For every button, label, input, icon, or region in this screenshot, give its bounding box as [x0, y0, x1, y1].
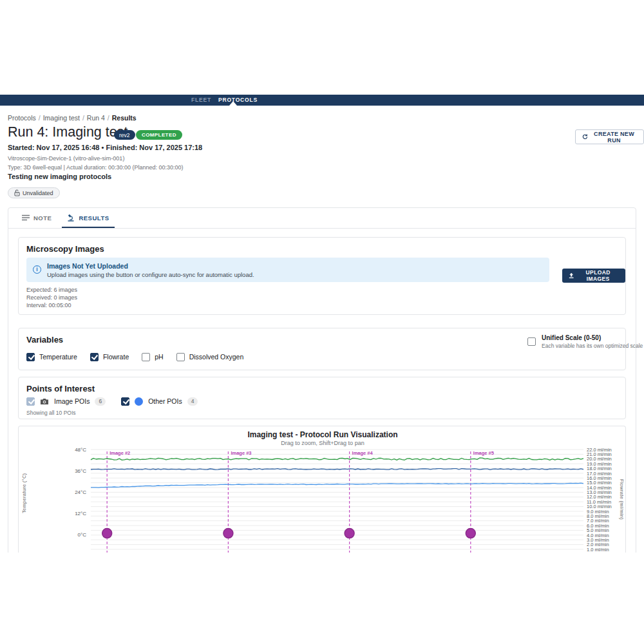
other-pois-checkbox[interactable]: [121, 397, 129, 406]
create-new-run-label: CREATE NEW RUN: [591, 131, 637, 144]
started-finished-text: Started: Nov 17, 2025 16:48 • Finished: …: [8, 144, 202, 151]
poi-showing-text: Showing all 10 POIs: [26, 410, 76, 416]
image-pois-checkbox[interactable]: [26, 397, 35, 406]
image-interval: Interval: 00:05:00: [26, 302, 71, 308]
left-axis-tick: 12°C: [75, 511, 86, 516]
nav-tab-protocols[interactable]: PROTOCOLS: [218, 95, 258, 106]
poi-section-title: Points of Interest: [26, 384, 95, 393]
left-axis-tick: 24°C: [75, 489, 86, 495]
status-badge: COMPLETED: [136, 130, 182, 140]
info-icon: [33, 265, 41, 274]
variable-checkbox-flowrate[interactable]: [90, 353, 99, 361]
breadcrumb-protocols[interactable]: Protocols: [8, 114, 36, 122]
breadcrumb-separator: /: [108, 114, 109, 122]
variable-checkbox-ph[interactable]: [142, 353, 150, 361]
image-poi-label: Image #4: [352, 450, 374, 456]
left-axis-tick: 48°C: [75, 447, 86, 453]
variable-checkbox-dissolved-oxygen[interactable]: [176, 353, 185, 361]
upload-images-label: UPLOAD IMAGES: [577, 269, 619, 282]
received-images: Received: 0 images: [26, 294, 77, 301]
variable-option-flowrate[interactable]: Flowrate: [90, 353, 129, 361]
tab-note[interactable]: NOTE: [14, 207, 59, 228]
left-axis-tick: 0°C: [78, 532, 87, 538]
series-line-2: [91, 483, 583, 488]
left-axis-tick: 36°C: [75, 468, 86, 474]
other-poi-point[interactable]: [223, 529, 233, 538]
unified-scale-label: Unified Scale (0-50): [542, 334, 644, 341]
alert-title: Images Not Yet Uploaded: [47, 262, 128, 270]
variable-option-temperature[interactable]: Temperature: [26, 353, 77, 361]
chart-plot[interactable]: 22.0 ml/min21.0 ml/min20.0 ml/min19.0 ml…: [19, 446, 627, 553]
microscopy-section-title: Microscopy Images: [26, 244, 104, 254]
other-poi-point[interactable]: [466, 529, 475, 538]
microscopy-images-section: Microscopy Images Images Not Yet Uploade…: [18, 237, 626, 315]
blue-dot-icon: [135, 397, 143, 406]
viewport-cutoff: [0, 553, 644, 644]
upload-images-button[interactable]: UPLOAD IMAGES: [562, 269, 625, 283]
variables-checkbox-row: TemperatureFlowratepHDissolved Oxygen: [26, 352, 243, 362]
image-poi-label: Image #2: [109, 450, 130, 456]
unlock-icon: [14, 189, 20, 196]
device-info: Vitroscope-Sim-Device-1 (vitro-alive-sim…: [8, 155, 124, 162]
refresh-icon: [582, 133, 588, 140]
breadcrumb-imaging-test[interactable]: Imaging test: [43, 114, 80, 122]
tab-note-label: NOTE: [33, 214, 52, 222]
variable-label-flowrate: Flowrate: [103, 353, 129, 361]
expected-images: Expected: 6 images: [26, 287, 77, 293]
breadcrumb-results: Results: [112, 114, 137, 122]
image-poi-label: Image #3: [231, 450, 251, 456]
poi-filter-row: Image POIs 6 Other POIs 4: [26, 396, 198, 406]
nav-tab-fleet[interactable]: FLEET: [191, 95, 211, 106]
variables-section-title: Variables: [26, 335, 63, 345]
active-tab-notch: [229, 101, 237, 106]
variable-label-ph: pH: [155, 353, 163, 361]
create-new-run-button[interactable]: CREATE NEW RUN: [575, 129, 644, 144]
unified-scale-checkbox[interactable]: [527, 337, 536, 346]
other-poi-point[interactable]: [345, 529, 354, 538]
chart-section: Imaging test - Protocol Run Visualizatio…: [18, 426, 626, 553]
info-alert: Images Not Yet Uploaded Upload images us…: [26, 258, 549, 282]
unified-scale-subtext: Each variable has its own optimized scal…: [542, 343, 644, 349]
tab-results-label: RESULTS: [79, 214, 109, 222]
variable-option-dissolved-oxygen[interactable]: Dissolved Oxygen: [176, 353, 244, 361]
variables-section: Variables TemperatureFlowratepHDissolved…: [18, 328, 626, 370]
chart-subtitle: Drag to zoom, Shift+Drag to pan: [19, 440, 627, 446]
upload-icon: [569, 272, 574, 279]
variable-label-dissolved-oxygen: Dissolved Oxygen: [189, 353, 244, 361]
microscope-icon: [67, 214, 75, 222]
variable-label-temperature: Temperature: [39, 353, 77, 361]
top-nav-bar: FLEET PROTOCOLS: [0, 95, 644, 106]
breadcrumb: Protocols/Imaging test/Run 4/Results: [8, 114, 137, 122]
image-pois-count-badge: 6: [95, 397, 106, 406]
points-of-interest-section: Points of Interest Image POIs 6 Other PO…: [18, 377, 626, 419]
other-pois-count-badge: 4: [187, 397, 198, 406]
tabs-row: NOTE RESULTS: [8, 207, 636, 229]
variable-checkbox-temperature[interactable]: [26, 353, 35, 361]
run-description: Testing new imaging protocols: [8, 173, 111, 180]
breadcrumb-run-4[interactable]: Run 4: [87, 114, 105, 122]
validation-chip-label: Unvalidated: [23, 190, 53, 196]
variable-option-ph[interactable]: pH: [142, 353, 163, 361]
validation-chip: Unvalidated: [8, 187, 60, 198]
page-title: Run 4: Imaging test: [8, 124, 128, 140]
other-pois-label: Other POIs: [148, 397, 182, 405]
breadcrumb-separator: /: [82, 114, 84, 122]
note-icon: [22, 214, 30, 221]
other-poi-point[interactable]: [102, 529, 112, 538]
chart-title: Imaging test - Protocol Run Visualizatio…: [19, 430, 627, 439]
alert-text: Upload images using the button or config…: [47, 271, 254, 278]
camera-icon: [40, 398, 49, 405]
breadcrumb-separator: /: [39, 114, 41, 122]
revision-badge: rev2: [114, 130, 135, 140]
right-axis-tick: 1.0 ml/min: [587, 547, 609, 553]
tab-results[interactable]: RESULTS: [59, 207, 117, 228]
image-pois-label: Image POIs: [54, 397, 90, 405]
image-poi-label: Image #5: [473, 450, 494, 456]
type-duration-info: Type: 3D 6well-equal | Actual duration: …: [8, 164, 184, 171]
